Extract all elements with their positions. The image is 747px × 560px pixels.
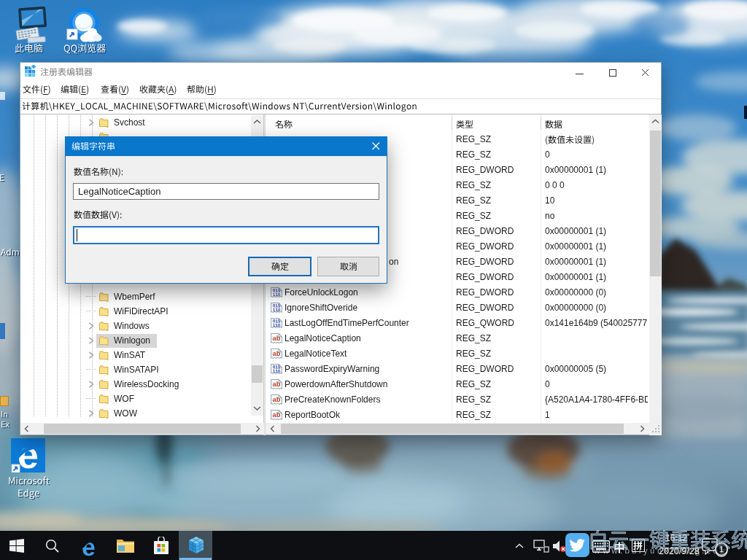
svg-text:1: 1 [719, 545, 724, 553]
